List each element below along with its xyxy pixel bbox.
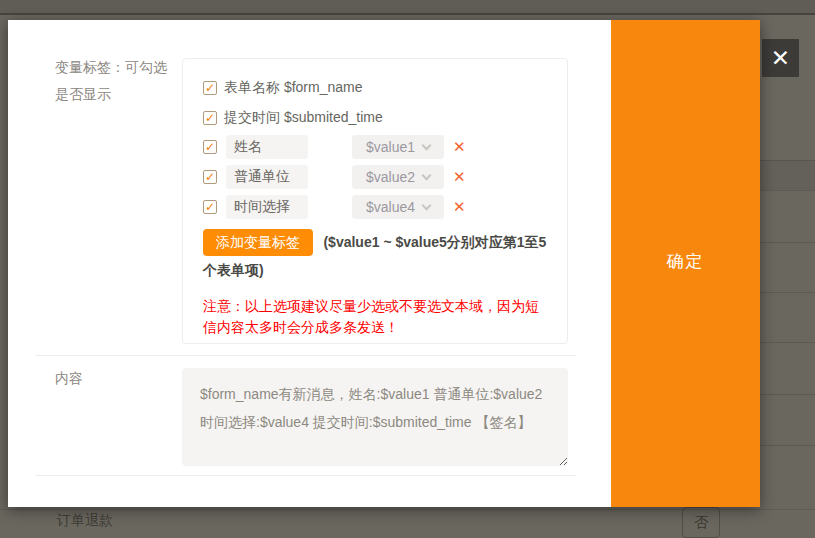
- remove-icon[interactable]: ✕: [453, 135, 466, 159]
- field-name-input[interactable]: [226, 195, 308, 219]
- variable-options-box: ✓ 表单名称 $form_name ✓ 提交时间 $submited_time …: [182, 58, 568, 344]
- sms-variable-dialog: 变量标签：可勾选是否显示 ✓ 表单名称 $form_name ✓ 提交时间 $s…: [8, 20, 760, 507]
- section-divider: [35, 355, 576, 356]
- chevron-down-icon: [422, 140, 432, 150]
- background-table-line: [760, 394, 815, 395]
- confirm-panel: 确定: [611, 20, 760, 507]
- remove-icon[interactable]: ✕: [453, 195, 466, 219]
- background-top-strip: [0, 0, 815, 13]
- variable-row: ✓ $value1 ✕: [203, 135, 547, 159]
- sms-content-textarea[interactable]: $form_name有新消息，姓名:$value1 普通单位:$value2 时…: [182, 368, 568, 466]
- fixed-option-label: 提交时间 $submited_time: [224, 109, 383, 127]
- checkbox[interactable]: ✓: [203, 140, 217, 154]
- checkbox[interactable]: ✓: [203, 111, 217, 125]
- warning-text: 注意：以上选项建议尽量少选或不要选文本域，因为短信内容太多时会分成多条发送！: [203, 296, 547, 338]
- checkbox[interactable]: ✓: [203, 170, 217, 184]
- variable-row: ✓ $value4 ✕: [203, 195, 547, 219]
- background-top-divider: [0, 13, 815, 15]
- background-table-line: [760, 160, 815, 161]
- value-select[interactable]: $value2: [352, 165, 444, 189]
- close-icon[interactable]: ✕: [762, 39, 799, 77]
- fixed-option-row: ✓ 提交时间 $submited_time: [203, 107, 547, 129]
- checkbox[interactable]: ✓: [203, 200, 217, 214]
- variable-section-label: 变量标签：可勾选是否显示: [55, 54, 173, 108]
- value-select-text: $value4: [366, 199, 415, 215]
- background-table-line: [760, 292, 815, 293]
- background-table-line: [760, 242, 815, 243]
- background-table-line: [760, 190, 815, 191]
- chevron-down-icon: [422, 170, 432, 180]
- variable-row: ✓ $value2 ✕: [203, 165, 547, 189]
- background-table-line: [760, 342, 815, 343]
- content-label: 内容: [55, 370, 83, 388]
- background-table-line: [760, 445, 815, 446]
- checkbox[interactable]: ✓: [203, 81, 217, 95]
- section-divider: [35, 475, 576, 476]
- remove-icon[interactable]: ✕: [453, 165, 466, 189]
- confirm-button[interactable]: 确定: [611, 250, 760, 273]
- background-no-button: 否: [682, 507, 720, 538]
- background-row-label: 订单退款: [57, 512, 113, 530]
- fixed-option-row: ✓ 表单名称 $form_name: [203, 77, 547, 99]
- background-table-band: [760, 160, 815, 190]
- chevron-down-icon: [422, 200, 432, 210]
- field-name-input[interactable]: [226, 135, 308, 159]
- value-select[interactable]: $value1: [352, 135, 444, 159]
- value-select[interactable]: $value4: [352, 195, 444, 219]
- fixed-option-label: 表单名称 $form_name: [224, 79, 362, 97]
- field-name-input[interactable]: [226, 165, 308, 189]
- add-variable-row: 添加变量标签 ($value1 ~ $value5分别对应第1至5个表单项): [203, 228, 547, 284]
- add-variable-button[interactable]: 添加变量标签: [203, 229, 313, 256]
- value-select-text: $value1: [366, 139, 415, 155]
- value-select-text: $value2: [366, 169, 415, 185]
- screen: 订单退款 否 ✕ 变量标签：可勾选是否显示 ✓ 表单名称 $form_name …: [0, 0, 815, 538]
